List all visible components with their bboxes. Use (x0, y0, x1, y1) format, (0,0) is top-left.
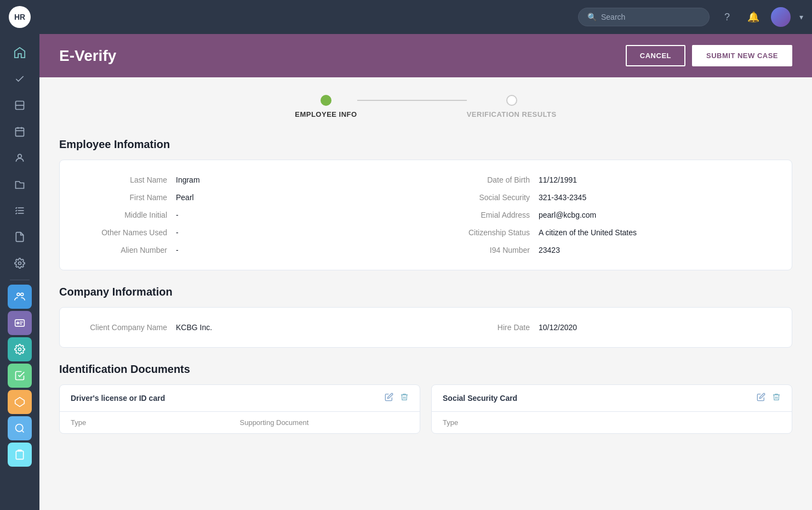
info-row-dob: Date of Birth 11/12/1991 (442, 175, 772, 184)
search-bar[interactable]: 🔍 (578, 8, 710, 26)
label-hire-date: Hire Date (442, 323, 530, 332)
step-label-employee: EMPLOYEE INFO (295, 110, 357, 118)
value-other-names: - (176, 228, 179, 237)
label-alien-number: Alien Number (79, 246, 167, 254)
info-row-other-names: Other Names Used - (79, 228, 409, 237)
scrollable-content: EMPLOYEE INFO VERIFICATION RESULTS Emplo… (39, 77, 812, 510)
id-docs-grid: Driver's license or ID card (59, 384, 792, 434)
avatar[interactable] (771, 7, 791, 27)
company-info-card: Client Company Name KCBG Inc. Hire Date … (59, 307, 792, 348)
value-middle-initial: - (176, 211, 179, 219)
id-doc-card-ssn: Social Security Card (431, 384, 792, 434)
edit-icon-ssn[interactable] (757, 393, 765, 404)
value-alien-number: - (176, 246, 179, 254)
nav-item-settings[interactable] (8, 251, 32, 275)
step-circle-verification (506, 95, 517, 106)
id-doc-card-drivers-license: Driver's license or ID card (59, 384, 420, 434)
id-docs-section-title: Identification Documents (59, 363, 792, 376)
value-company-name: KCBG Inc. (176, 323, 212, 332)
nav-item-folder[interactable] (8, 172, 32, 196)
nav-item-calendar[interactable] (8, 120, 32, 144)
top-navbar: HR 🔍 ? 🔔 ▾ (0, 0, 812, 34)
svg-point-12 (17, 293, 20, 296)
header-buttons: CANCEL SUBMIT NEW CASE (626, 45, 792, 66)
employee-info-card: Last Name Ingram First Name Pearl Middle… (59, 160, 792, 270)
nav-item-check[interactable] (8, 67, 32, 91)
info-row-middle-initial: Middle Initial - (79, 211, 409, 219)
help-icon[interactable]: ? (718, 8, 736, 26)
label-email: Emial Address (442, 211, 530, 219)
svg-point-11 (19, 262, 21, 265)
chevron-down-icon[interactable]: ▾ (799, 13, 803, 21)
employee-info-right: Date of Birth 11/12/1991 Social Security… (442, 175, 772, 254)
company-info-section-title: Company Information (59, 286, 792, 298)
id-doc-columns-drivers: Type Supporting Document (60, 412, 420, 433)
svg-line-21 (22, 430, 24, 433)
info-row-i94: I94 Number 23423 (442, 246, 772, 254)
step-circle-employee (321, 95, 331, 106)
delete-icon-drivers[interactable] (400, 393, 409, 404)
svg-rect-14 (15, 320, 25, 326)
nav-item-home[interactable] (8, 41, 32, 65)
svg-rect-22 (16, 451, 23, 459)
value-i94: 23423 (539, 246, 560, 254)
main-layout: E-Verify CANCEL SUBMIT NEW CASE EMPLOYEE… (0, 34, 812, 510)
step-connector (357, 100, 467, 101)
step-employee-info: EMPLOYEE INFO (295, 95, 357, 118)
svg-marker-0 (15, 48, 25, 58)
nav-item-tasklist[interactable] (8, 199, 32, 223)
cancel-button[interactable]: CANCEL (626, 45, 685, 66)
id-doc-actions-ssn (757, 393, 781, 404)
label-last-name: Last Name (79, 175, 167, 184)
nav-item-tag[interactable] (8, 364, 32, 388)
delete-icon-ssn[interactable] (772, 393, 781, 404)
bell-icon[interactable]: 🔔 (745, 8, 762, 26)
value-first-name: Pearl (176, 193, 194, 202)
info-row-hire-date: Hire Date 10/12/2020 (442, 323, 772, 332)
info-row-last-name: Last Name Ingram (79, 175, 409, 184)
id-doc-actions-drivers (385, 393, 409, 404)
submit-new-case-button[interactable]: SUBMIT NEW CASE (692, 45, 792, 66)
nav-item-search[interactable] (8, 416, 32, 440)
nav-item-id-card[interactable] (8, 311, 32, 335)
id-doc-columns-ssn: Type (432, 412, 792, 433)
id-doc-col2-ssn (612, 418, 781, 427)
id-doc-header-ssn: Social Security Card (432, 385, 792, 412)
step-verification-results: VERIFICATION RESULTS (467, 95, 557, 118)
value-last-name: Ingram (176, 175, 200, 184)
top-nav-right: 🔍 ? 🔔 ▾ (578, 7, 803, 27)
nav-item-team[interactable] (8, 285, 32, 309)
value-email: pearl@kcbg.com (539, 211, 596, 219)
value-dob: 11/12/1991 (539, 175, 577, 184)
info-row-citizenship: Citizenship Status A citizen of the Unit… (442, 228, 772, 237)
page-title: E-Verify (59, 47, 116, 65)
search-input[interactable] (601, 13, 700, 21)
id-doc-title-drivers: Driver's license or ID card (71, 394, 165, 403)
info-row-email: Emial Address pearl@kcbg.com (442, 211, 772, 219)
info-row-alien-number: Alien Number - (79, 246, 409, 254)
nav-item-user[interactable] (8, 146, 32, 170)
svg-point-15 (17, 322, 19, 324)
page-header: E-Verify CANCEL SUBMIT NEW CASE (39, 34, 812, 77)
svg-marker-19 (15, 398, 25, 407)
hr-logo[interactable]: HR (9, 6, 31, 28)
nav-item-doc[interactable] (8, 225, 32, 249)
edit-icon-drivers[interactable] (385, 393, 393, 404)
nav-item-clipboard[interactable] (8, 443, 32, 467)
label-first-name: First Name (79, 193, 167, 202)
nav-item-inbox[interactable] (8, 93, 32, 117)
id-doc-col2-drivers: Supporting Document (240, 418, 409, 427)
label-ssn: Social Security (442, 193, 530, 202)
label-citizenship: Citizenship Status (442, 228, 530, 237)
sidebar-divider (10, 280, 30, 280)
steps-container: EMPLOYEE INFO VERIFICATION RESULTS (59, 95, 792, 118)
employee-info-grid: Last Name Ingram First Name Pearl Middle… (79, 175, 772, 254)
nav-item-diamond[interactable] (8, 390, 32, 414)
nav-item-config[interactable] (8, 337, 32, 361)
employee-info-section-title: Employee Infomation (59, 138, 792, 151)
company-info-grid: Client Company Name KCBG Inc. Hire Date … (79, 323, 772, 332)
info-row-company-name: Client Company Name KCBG Inc. (79, 323, 409, 332)
employee-info-left: Last Name Ingram First Name Pearl Middle… (79, 175, 409, 254)
search-icon: 🔍 (587, 13, 597, 21)
id-doc-col1-ssn: Type (443, 418, 612, 427)
